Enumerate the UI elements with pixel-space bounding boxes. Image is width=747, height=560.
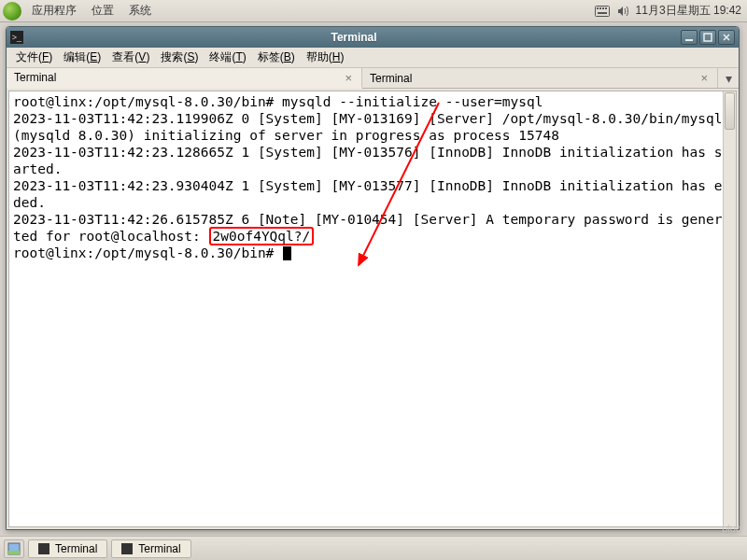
shell-prompt: root@linx:/opt/mysql-8.0.30/bin# (13, 245, 282, 260)
top-panel: 应用程序 位置 系统 11月3日星期五 19:42 (0, 0, 747, 22)
tab-bar: Terminal × Terminal × ▾ (7, 68, 739, 89)
svg-rect-5 (598, 12, 607, 14)
tab-label: Terminal (14, 71, 56, 84)
svg-rect-2 (599, 7, 601, 9)
shell-command: mysqld --initialize --user=mysql (282, 94, 543, 109)
tab-close-icon[interactable]: × (698, 71, 710, 85)
menu-help[interactable]: 帮助(H) (301, 49, 350, 65)
panel-menu-system[interactable]: 系统 (121, 3, 159, 19)
tab-close-icon[interactable]: × (343, 71, 354, 85)
menu-tabs[interactable]: 标签(B) (252, 49, 301, 65)
tab-label: Terminal (370, 72, 412, 85)
svg-rect-1 (597, 7, 599, 9)
terminal-output-line: 2023-11-03T11:42:23.128665Z 1 [System] [… (13, 144, 732, 177)
show-desktop-button[interactable] (4, 539, 24, 558)
svg-rect-3 (602, 7, 604, 9)
shell-prompt: root@linx:/opt/mysql-8.0.30/bin# (13, 94, 282, 109)
titlebar[interactable]: >_ Terminal (7, 27, 739, 48)
taskbar-entry-terminal-2[interactable]: Terminal (111, 539, 190, 558)
minimize-button[interactable] (681, 30, 698, 45)
svg-rect-6 (685, 39, 693, 41)
scrollbar-thumb[interactable] (725, 92, 735, 130)
watermark: blog (722, 523, 741, 534)
tab-overflow-icon[interactable]: ▾ (718, 68, 739, 88)
taskbar-entry-label: Terminal (55, 542, 97, 555)
menu-file[interactable]: 文件(F) (10, 49, 58, 65)
tab-terminal-1[interactable]: Terminal × (7, 68, 362, 89)
terminal-output-line: 2023-11-03T11:42:23.930404Z 1 [System] [… (13, 177, 732, 211)
system-tray: 11月3日星期五 19:42 (595, 3, 747, 19)
keyboard-icon[interactable] (595, 4, 610, 19)
terminal-window: >_ Terminal 文件(F) 编辑(E) 查看(V) 搜索(S) 终端(T… (6, 26, 740, 530)
taskbar-entry-terminal-1[interactable]: Terminal (28, 539, 107, 558)
generated-password: 2w0of4YQql?/ (209, 227, 315, 245)
menu-view[interactable]: 查看(V) (106, 49, 155, 65)
window-title: Terminal (29, 31, 679, 44)
terminal-app-icon (121, 543, 133, 554)
svg-rect-10 (8, 551, 20, 554)
terminal-output-line: 2023-11-03T11:42:26.615785Z 6 [Note] [MY… (13, 211, 732, 245)
terminal-output-line: 2023-11-03T11:42:23.119906Z 0 [System] [… (13, 110, 732, 144)
panel-clock[interactable]: 11月3日星期五 19:42 (636, 3, 741, 19)
terminal-cursor (283, 246, 291, 260)
terminal-app-icon: >_ (10, 31, 23, 44)
panel-menu-places[interactable]: 位置 (84, 3, 121, 19)
taskbar-entry-label: Terminal (138, 542, 180, 555)
maximize-button[interactable] (699, 30, 716, 45)
svg-rect-7 (704, 34, 712, 41)
menu-terminal[interactable]: 终端(T) (204, 49, 251, 65)
close-button[interactable] (718, 30, 735, 45)
menu-edit[interactable]: 编辑(E) (58, 49, 106, 65)
terminal-viewport[interactable]: root@linx:/opt/mysql-8.0.30/bin# mysqld … (8, 91, 737, 527)
volume-icon[interactable] (615, 4, 630, 19)
menubar: 文件(F) 编辑(E) 查看(V) 搜索(S) 终端(T) 标签(B) 帮助(H… (7, 48, 739, 68)
terminal-app-icon (38, 543, 49, 554)
bottom-taskbar: Terminal Terminal (0, 536, 747, 560)
panel-menu-apps[interactable]: 应用程序 (24, 3, 84, 19)
scrollbar[interactable] (723, 91, 736, 526)
menu-search[interactable]: 搜索(S) (155, 49, 204, 65)
svg-rect-4 (605, 7, 607, 9)
distro-logo-icon[interactable] (3, 2, 21, 21)
tab-terminal-2[interactable]: Terminal × (362, 68, 718, 88)
